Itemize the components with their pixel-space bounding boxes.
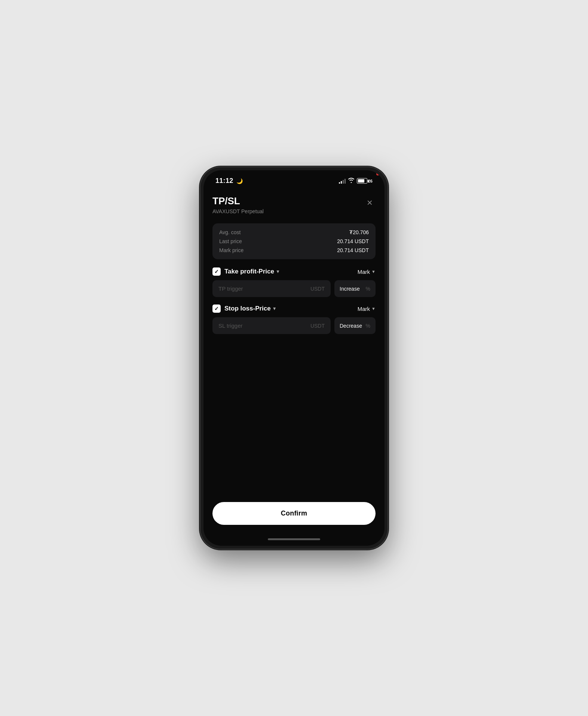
- sl-checkmark-icon: ✓: [214, 306, 219, 312]
- modal-content: TP/SL AVAXUSDT Perpetual ✕ Avg. cost ₮20…: [203, 188, 385, 532]
- modal-header: TP/SL AVAXUSDT Perpetual ✕: [212, 195, 376, 214]
- avg-cost-row: Avg. cost ₮20.706: [219, 229, 369, 235]
- take-profit-checkbox[interactable]: ✓: [212, 267, 221, 276]
- modal-title-group: TP/SL AVAXUSDT Perpetual: [212, 195, 264, 214]
- tp-change-label: Increase: [340, 286, 360, 292]
- sl-change-unit: %: [366, 323, 370, 329]
- battery-container: 26: [357, 178, 373, 184]
- signal-bar-2: [341, 181, 342, 184]
- price-info-card: Avg. cost ₮20.706 Last price 20.714 USDT…: [212, 223, 376, 259]
- stop-loss-label: Stop loss-Price: [224, 305, 271, 312]
- take-profit-left: ✓ Take profit-Price ▼: [212, 267, 280, 276]
- take-profit-mark-selector[interactable]: Mark ▼: [358, 269, 376, 275]
- signal-bar-4: [344, 179, 346, 184]
- mark-price-label: Mark price: [219, 247, 244, 253]
- content-spacer: [212, 342, 376, 496]
- take-profit-label: Take profit-Price: [224, 268, 274, 275]
- screen: 11:12 🌙: [203, 170, 385, 546]
- take-profit-header: ✓ Take profit-Price ▼ Mark ▼: [212, 267, 376, 276]
- signal-bars-icon: [339, 178, 346, 184]
- signal-bar-3: [343, 180, 344, 184]
- tp-change-unit: %: [366, 286, 370, 292]
- take-profit-section: ✓ Take profit-Price ▼ Mark ▼ TP tri: [212, 267, 376, 297]
- stop-loss-title[interactable]: Stop loss-Price ▼: [224, 305, 277, 312]
- stop-loss-input-row: SL trigger USDT Decrease %: [212, 317, 376, 334]
- stop-loss-checkbox[interactable]: ✓: [212, 305, 221, 313]
- avg-cost-label: Avg. cost: [219, 229, 241, 235]
- checkmark-icon: ✓: [214, 269, 219, 275]
- home-indicator: [203, 532, 385, 546]
- last-price-label: Last price: [219, 238, 242, 244]
- modal-subtitle: AVAXUSDT Perpetual: [212, 208, 264, 214]
- status-icons: 26: [339, 178, 373, 184]
- take-profit-mark-label: Mark: [358, 269, 370, 275]
- take-profit-input-row: TP trigger USDT Increase %: [212, 280, 376, 297]
- close-icon: ✕: [367, 198, 373, 207]
- battery-icon: [357, 178, 367, 184]
- stop-loss-mark-selector[interactable]: Mark ▼: [358, 306, 376, 312]
- confirm-button[interactable]: Confirm: [212, 502, 376, 525]
- stop-loss-section: ✓ Stop loss-Price ▼ Mark ▼ SL trigg: [212, 305, 376, 334]
- home-bar: [268, 538, 320, 540]
- take-profit-chevron-icon: ▼: [276, 269, 280, 274]
- stop-loss-header: ✓ Stop loss-Price ▼ Mark ▼: [212, 305, 376, 313]
- phone-shell: 11:12 🌙: [200, 167, 388, 549]
- confirm-area: Confirm: [212, 496, 376, 532]
- sl-change-label: Decrease: [340, 323, 362, 329]
- mark-price-value: 20.714 USDT: [337, 247, 369, 253]
- tp-trigger-unit: USDT: [310, 286, 325, 292]
- avg-cost-value: ₮20.706: [349, 229, 369, 235]
- sl-change-selector[interactable]: Decrease %: [334, 317, 376, 334]
- status-bar: 11:12 🌙: [203, 170, 385, 188]
- take-profit-mark-chevron-icon: ▼: [371, 269, 376, 274]
- stop-loss-mark-label: Mark: [358, 306, 370, 312]
- wifi-icon: [348, 178, 355, 184]
- close-button[interactable]: ✕: [364, 197, 376, 209]
- sl-trigger-placeholder: SL trigger: [218, 322, 242, 329]
- stop-loss-chevron-icon: ▼: [272, 306, 277, 311]
- tp-trigger-placeholder: TP trigger: [218, 285, 243, 292]
- modal-title: TP/SL: [212, 195, 264, 207]
- status-time: 11:12: [215, 177, 233, 185]
- mark-price-row: Mark price 20.714 USDT: [219, 247, 369, 253]
- last-price-row: Last price 20.714 USDT: [219, 238, 369, 244]
- stop-loss-left: ✓ Stop loss-Price ▼: [212, 305, 277, 313]
- sl-trigger-unit: USDT: [310, 323, 325, 329]
- take-profit-title[interactable]: Take profit-Price ▼: [224, 268, 280, 275]
- battery-fill: [358, 179, 365, 183]
- sl-trigger-input[interactable]: SL trigger USDT: [212, 317, 331, 334]
- moon-icon: 🌙: [236, 178, 243, 184]
- tp-change-selector[interactable]: Increase %: [334, 280, 376, 297]
- stop-loss-mark-chevron-icon: ▼: [371, 306, 376, 311]
- last-price-value: 20.714 USDT: [337, 238, 369, 244]
- tp-trigger-input[interactable]: TP trigger USDT: [212, 280, 331, 297]
- notification-dot: [376, 172, 379, 175]
- signal-bar-1: [339, 182, 340, 184]
